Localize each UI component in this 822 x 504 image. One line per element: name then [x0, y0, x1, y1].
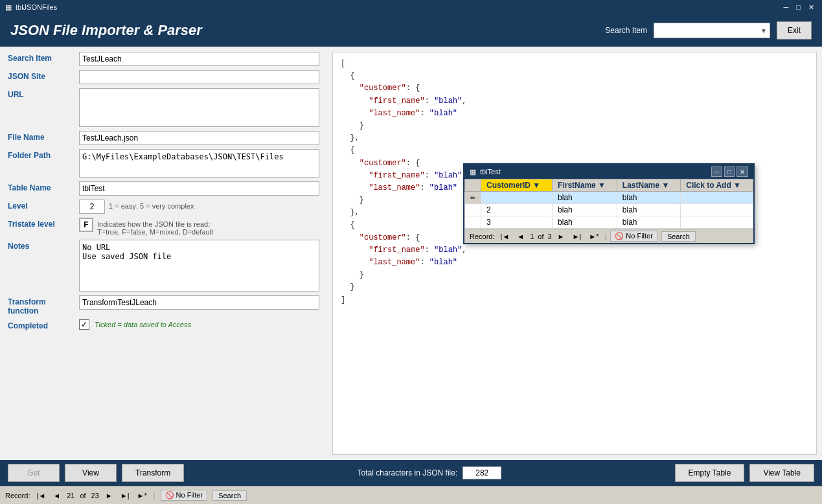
row-indicator: [465, 204, 481, 216]
tristate-value: F: [84, 220, 88, 229]
json-site-label: JSON Site: [8, 70, 79, 81]
inner-no-filter-button[interactable]: 🚫 No Filter: [610, 231, 657, 242]
main-content: Search Item JSON Site URL File Name Fold…: [0, 47, 822, 460]
status-next-record-button[interactable]: ►: [104, 492, 114, 499]
json-line: "first_name": "blah",: [341, 95, 808, 108]
minimize-button[interactable]: ─: [781, 3, 792, 12]
file-name-input[interactable]: [79, 131, 319, 145]
search-item-row: Search Item: [8, 52, 319, 66]
json-line: [: [341, 58, 808, 70]
tristate-label: Tristate level: [8, 218, 79, 229]
table-name-input[interactable]: [79, 181, 319, 196]
json-line: },: [341, 132, 808, 144]
last-name-cell[interactable]: blah: [617, 216, 680, 229]
inner-search-button[interactable]: Search: [661, 231, 696, 242]
json-line: {: [341, 70, 808, 82]
url-label: URL: [8, 88, 79, 99]
inner-next-record-button[interactable]: ►: [556, 232, 567, 241]
json-site-input[interactable]: [79, 70, 319, 84]
view-table-button[interactable]: View Table: [749, 464, 814, 482]
table-row[interactable]: ✏ blah blah: [465, 192, 753, 204]
header-right: Search Item ▼ Exit: [605, 21, 812, 40]
inner-last-record-button[interactable]: ►|: [571, 232, 584, 241]
exit-button[interactable]: Exit: [777, 21, 812, 40]
last-name-cell[interactable]: blah: [617, 192, 680, 204]
title-bar-left: ▦ tblJSONFiles: [5, 3, 57, 12]
customer-id-cell[interactable]: 3: [481, 216, 553, 229]
folder-path-row: Folder Path G:\MyFiles\ExampleDatabases\…: [8, 149, 319, 178]
right-panel: [ { "customer": { "first_name": "blah", …: [327, 47, 822, 460]
row-selector-header: [465, 179, 481, 192]
status-last-record-button[interactable]: ►|: [119, 492, 131, 499]
customer-id-cell[interactable]: [481, 192, 553, 204]
left-panel: Search Item JSON Site URL File Name Fold…: [0, 47, 327, 460]
json-line: "last_name": "blah": [341, 257, 808, 269]
completed-checkbox-container: ✓ Ticked = data saved to Access: [79, 319, 191, 330]
filter-icon: 🚫: [615, 232, 624, 240]
close-button[interactable]: ✕: [806, 3, 817, 12]
col-first-name[interactable]: FirstName ▼: [553, 179, 617, 192]
col-last-name[interactable]: LastName ▼: [617, 179, 680, 192]
inner-first-record-button[interactable]: |◄: [499, 232, 512, 241]
search-item-input[interactable]: [79, 52, 319, 66]
table-container: CustomerID ▼ FirstName ▼ LastName ▼ Clic…: [464, 179, 753, 229]
search-item-label: Search Item: [8, 52, 79, 63]
maximize-button[interactable]: □: [793, 3, 803, 12]
notes-row: Notes No URL Use saved JSON file: [8, 240, 319, 292]
json-line: ]: [341, 294, 808, 306]
first-name-cell[interactable]: blah: [553, 216, 617, 229]
status-search-button[interactable]: Search: [212, 490, 247, 501]
inner-minimize-button[interactable]: ─: [711, 166, 722, 177]
chevron-down-icon: ▼: [760, 27, 767, 34]
extra-cell: [681, 216, 753, 229]
table-row[interactable]: 3 blah blah: [465, 216, 753, 229]
folder-path-textarea[interactable]: G:\MyFiles\ExampleDatabases\JSON\TEST\Fi…: [79, 149, 319, 178]
json-line: "first_name": "blah",: [341, 244, 808, 257]
get-button[interactable]: Get: [8, 464, 60, 482]
tristate-input[interactable]: F: [79, 218, 93, 232]
table-name-label: Table Name: [8, 181, 79, 192]
transform-input[interactable]: [79, 295, 319, 310]
customer-id-cell[interactable]: 2: [481, 204, 553, 216]
inner-close-button[interactable]: ✕: [736, 166, 748, 177]
folder-path-label: Folder Path: [8, 149, 79, 160]
table-row[interactable]: 2 blah blah: [465, 204, 753, 216]
last-name-cell[interactable]: blah: [617, 204, 680, 216]
status-no-filter-button[interactable]: 🚫 No Filter: [161, 490, 208, 501]
json-line: }: [341, 281, 808, 293]
table-header-row: CustomerID ▼ FirstName ▼ LastName ▼ Clic…: [465, 179, 753, 192]
status-first-record-button[interactable]: |◄: [36, 492, 47, 499]
status-prev-record-button[interactable]: ◄: [52, 492, 62, 499]
level-row: Level 1 = easy; 5 = very complex: [8, 200, 319, 214]
level-label: Level: [8, 200, 79, 211]
level-input[interactable]: [79, 200, 105, 214]
col-click-to-add[interactable]: Click to Add ▼: [681, 179, 753, 192]
notes-textarea[interactable]: No URL Use saved JSON file: [79, 240, 319, 292]
json-line: }: [341, 120, 808, 132]
status-current: 21: [67, 492, 74, 499]
url-textarea[interactable]: [79, 88, 319, 127]
first-name-cell[interactable]: blah: [553, 192, 617, 204]
completed-checkbox[interactable]: ✓: [79, 319, 89, 330]
header-search-combo[interactable]: ▼: [654, 23, 770, 38]
inner-window-title: tblTest: [480, 168, 501, 176]
inner-title-left: ▦ tblTest: [470, 168, 501, 176]
tristate-row: Tristate level F Indicates how the JSON …: [8, 218, 319, 236]
first-name-cell[interactable]: blah: [553, 204, 617, 216]
total-chars-label: Total characters in JSON file:: [358, 468, 458, 477]
row-indicator: ✏: [465, 192, 481, 204]
inner-maximize-button[interactable]: □: [724, 166, 735, 177]
completed-row: Completed ✓ Ticked = data saved to Acces…: [8, 319, 319, 330]
transform-button[interactable]: Transform: [122, 464, 184, 482]
inner-prev-record-button[interactable]: ◄: [515, 232, 526, 241]
tristate-hint: Indicates how the JSON file is read: T=t…: [97, 218, 213, 236]
checkmark-icon: ✓: [81, 320, 87, 329]
status-new-record-button[interactable]: ►*: [136, 492, 148, 499]
col-customer-id[interactable]: CustomerID ▼: [481, 179, 553, 192]
empty-table-button[interactable]: Empty Table: [675, 464, 745, 482]
status-bar: Record: |◄ ◄ 21 of 23 ► ►| ►* | 🚫 No Fil…: [0, 486, 822, 504]
header-search-label: Search Item: [605, 26, 647, 35]
view-button[interactable]: View: [65, 464, 117, 482]
inner-new-record-button[interactable]: ►*: [587, 232, 600, 241]
inner-record-label: Record:: [470, 233, 495, 240]
